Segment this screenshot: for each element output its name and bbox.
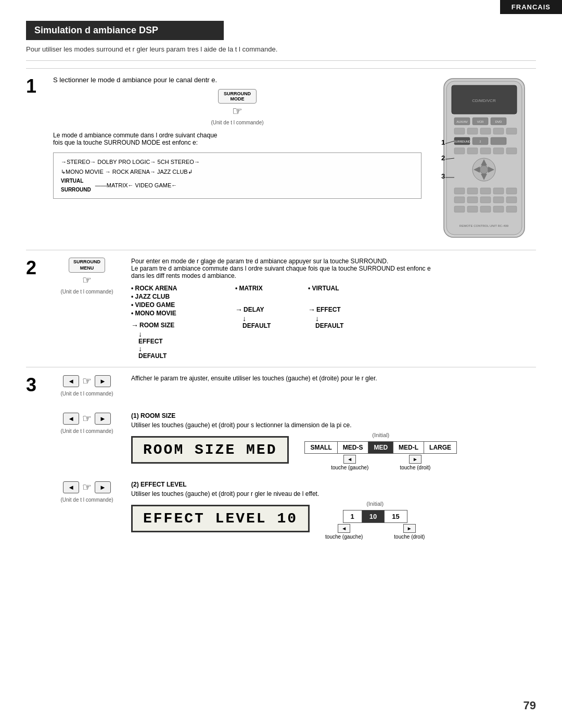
step3-sub1: ◄ ☞ ► (Unit de t l commande) (1) ROOM SI…: [53, 412, 536, 470]
svg-rect-13: [493, 128, 504, 134]
step-2-content: SURROUNDMENU ☞ (Unit de t l commande) Po…: [53, 258, 536, 360]
step1-instruction: S lectionner le mode d ambiance pour le …: [53, 76, 422, 84]
mode-row-2-text: ↳MONO MOVIE → ROCK ARENA→ JAZZ CLUB↲: [61, 167, 193, 177]
sub2-scale: 1 10 15: [343, 510, 407, 523]
sub1-initial-label: (Initial): [372, 432, 389, 438]
svg-rect-36: [506, 188, 517, 194]
svg-rect-37: [454, 197, 465, 203]
step1-right: CD/MD/VCR AUX/AV VCR DVD: [432, 76, 536, 242]
step-1-number: 1: [26, 76, 53, 96]
flow-col2: → DELAY: [235, 305, 287, 314]
step1-unit-label: (Unit de t l commande): [53, 120, 422, 125]
sub2-right-btn[interactable]: ►: [95, 481, 111, 493]
step1-left: S lectionner le mode d ambiance pour le …: [53, 76, 422, 242]
flow-down-2: ↓: [138, 345, 214, 352]
mode-row-2: ↳MONO MOVIE → ROCK ARENA→ JAZZ CLUB↲: [61, 167, 414, 177]
sub2-instruction: Utiliser les touches (gauche) et (droit)…: [131, 490, 536, 497]
sub1-left-arrow-symbol: ◄: [343, 455, 356, 464]
step1-desc1: Le mode d ambiance commute dans l ordre …: [53, 132, 422, 139]
step-3-content: ◄ ☞ ► (Unit de t l commande) Afficher le…: [53, 375, 536, 540]
step2-col1: • ROCK ARENA • JAZZ CLUB • VIDEO GAME • …: [131, 285, 214, 360]
step2-left: SURROUNDMENU ☞ (Unit de t l commande): [53, 258, 121, 360]
sub2-lcd-display: EFFECT LEVEL 10: [131, 505, 310, 532]
size-med[interactable]: MED: [368, 441, 393, 454]
step2-instruction3: dans les diff rents modes d ambiance.: [131, 272, 536, 279]
size-med-l[interactable]: MED-L: [393, 441, 424, 454]
mode-jazz-club: • JAZZ CLUB: [131, 293, 214, 300]
svg-text:1: 1: [441, 138, 445, 146]
step2-instruction: Pour enter en mode de r glage de param t…: [131, 258, 536, 265]
sub1-right-btn[interactable]: ►: [95, 413, 111, 425]
sub1-right: (1) ROOM SIZE Utiliser les touches (gauc…: [131, 412, 536, 470]
svg-rect-34: [480, 188, 491, 194]
step3-unit-label: (Unit de t l commande): [60, 391, 113, 397]
svg-text:2: 2: [479, 140, 481, 143]
scale-15[interactable]: 15: [385, 510, 407, 523]
step3-instruction-text: Afficher le param tre ajuster, ensuite u…: [131, 375, 536, 382]
flow-arrow-2: →: [235, 305, 242, 314]
svg-rect-21: [480, 148, 491, 154]
svg-rect-19: [454, 148, 465, 154]
svg-rect-41: [506, 197, 517, 203]
scale-10[interactable]: 10: [362, 510, 385, 523]
svg-rect-14: [506, 128, 517, 134]
size-large[interactable]: LARGE: [424, 441, 457, 454]
step3-right-btn[interactable]: ►: [95, 375, 111, 387]
language-tab: FRANCAIS: [500, 0, 562, 14]
mode-row-3-flow: ——MATRIX← VIDEO GAME←: [95, 181, 177, 190]
svg-rect-42: [454, 206, 465, 212]
svg-rect-40: [493, 197, 504, 203]
step-1-row: 1 S lectionner le mode d ambiance pour l…: [26, 68, 536, 250]
svg-text:2: 2: [441, 154, 445, 162]
size-med-s[interactable]: MED-S: [338, 441, 369, 454]
svg-rect-22: [493, 148, 504, 154]
sub1-size-selector: SMALL MED-S MED MED-L LARGE: [304, 441, 457, 454]
sub2-right: (2) EFFECT LEVEL Utiliser les touches (g…: [131, 481, 536, 540]
step-1-content: S lectionner le mode d ambiance pour le …: [53, 76, 536, 242]
scale-1[interactable]: 1: [343, 510, 362, 523]
step-3-row: 3 ◄ ☞ ► (Unit de t l commande) Afficher …: [26, 367, 536, 547]
flow-down-3: ↓: [242, 315, 287, 322]
sub1-left: ◄ ☞ ► (Unit de t l commande): [53, 412, 121, 434]
sub1-left-btn[interactable]: ◄: [63, 413, 79, 425]
svg-rect-45: [493, 206, 504, 212]
mode-rock-arena: • ROCK ARENA: [131, 285, 214, 292]
page-number: 79: [523, 699, 536, 712]
mode-mono-movie: • MONO MOVIE: [131, 310, 214, 317]
sub1-unit-label: (Unit de t l commande): [60, 428, 113, 434]
sub1-touch-droit: touche (droit): [400, 465, 430, 470]
step-3-number: 3: [26, 375, 53, 394]
svg-rect-11: [467, 128, 478, 134]
sub1-touch-arrows: ◄ touche (gauche) ► touche (droit): [331, 455, 430, 470]
sub1-lcd-area: ROOM SIZE MED: [131, 432, 289, 468]
sub2-label: (2) EFFECT LEVEL: [131, 481, 536, 488]
step2-hand-icon: ☞: [82, 274, 92, 286]
mode-row-1: →STEREO→ DOLBY PRO LOGIC→ 5CH STEREO→: [61, 157, 414, 167]
mode-virtual: • VIRTUAL: [308, 285, 360, 292]
sub2-scale-area: (Initial) 1 10 15 ◄ touche (gauche): [325, 501, 425, 540]
flow-default-1: DEFAULT: [138, 352, 214, 360]
flow-arrow-3: →: [308, 305, 315, 314]
svg-rect-44: [480, 206, 491, 212]
svg-rect-32: [454, 188, 465, 194]
size-small[interactable]: SMALL: [304, 441, 337, 454]
sub2-touch-gauche: touche (gauche): [325, 534, 363, 540]
svg-rect-33: [467, 188, 478, 194]
sub2-right-arrow-symbol: ►: [403, 524, 416, 533]
mode-diagram: →STEREO→ DOLBY PRO LOGIC→ 5CH STEREO→ ↳M…: [53, 152, 422, 199]
svg-point-29: [480, 165, 488, 174]
step2-col3: • VIRTUAL → EFFECT ↓ DEFAULT: [308, 285, 360, 329]
svg-rect-17: [491, 137, 506, 145]
step3-nav-btns: ◄ ☞ ►: [63, 375, 111, 387]
step3-left-btn[interactable]: ◄: [63, 375, 79, 387]
sub2-left: ◄ ☞ ► (Unit de t l commande): [53, 481, 121, 503]
sub2-left-arrow-symbol: ◄: [338, 524, 350, 533]
step2-unit-label: (Unit de t l commande): [60, 289, 113, 295]
svg-text:1: 1: [461, 140, 463, 143]
svg-rect-12: [480, 128, 491, 134]
surround-mode-btn: SURROUNDMODE: [218, 89, 257, 104]
svg-text:3: 3: [441, 172, 445, 180]
mode-row-1-text: →STEREO→ DOLBY PRO LOGIC→ 5CH STEREO→: [61, 157, 200, 167]
sub2-left-btn[interactable]: ◄: [63, 481, 79, 493]
step3-sub2: ◄ ☞ ► (Unit de t l commande) (2) EFFECT …: [53, 481, 536, 540]
